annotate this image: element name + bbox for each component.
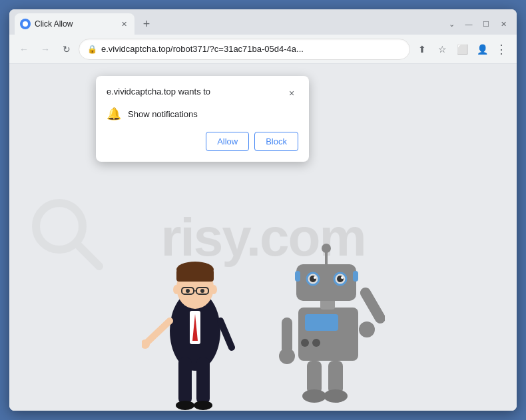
svg-rect-3 xyxy=(178,357,192,404)
active-tab[interactable]: Click Allow ✕ xyxy=(15,13,134,35)
bell-icon: 🔔 xyxy=(107,106,121,121)
address-bar[interactable]: 🔒 e.vividcaptcha.top/robot371/?c=31ac71b… xyxy=(79,39,410,60)
profile-button[interactable]: 👤 xyxy=(473,40,491,59)
svg-point-33 xyxy=(324,389,348,403)
back-button[interactable]: ← xyxy=(15,40,33,59)
robot-figure xyxy=(268,231,385,411)
close-button[interactable]: ✕ xyxy=(495,16,511,32)
svg-point-32 xyxy=(302,389,326,403)
svg-rect-30 xyxy=(307,361,322,394)
toolbar-right-actions: ⬆ ☆ ⬜ 👤 ⋮ xyxy=(413,40,511,59)
browser-window: Click Allow ✕ + ⌄ — ☐ ✕ ← → ↻ 🔒 e.vividc… xyxy=(9,9,517,411)
lock-icon: 🔒 xyxy=(87,45,97,54)
svg-point-6 xyxy=(194,401,212,410)
popup-close-button[interactable]: × xyxy=(285,87,298,100)
popup-notification-row: 🔔 Show notifications xyxy=(107,106,298,121)
notification-popup: e.vividcaptcha.top wants to × 🔔 Show not… xyxy=(96,76,309,162)
svg-point-19 xyxy=(200,289,204,293)
browser-toolbar: ← → ↻ 🔒 e.vividcaptcha.top/robot371/?c=3… xyxy=(9,35,517,64)
svg-point-27 xyxy=(359,321,375,337)
svg-rect-4 xyxy=(196,357,210,404)
svg-point-43 xyxy=(341,276,344,279)
maximize-button[interactable]: ☐ xyxy=(478,16,494,32)
refresh-button[interactable]: ↻ xyxy=(57,40,76,59)
popup-site-text: e.vividcaptcha.top wants to xyxy=(107,87,210,97)
new-tab-button[interactable]: + xyxy=(137,15,156,33)
url-text: e.vividcaptcha.top/robot371/?c=31ac71ba-… xyxy=(101,44,401,54)
popup-header: e.vividcaptcha.top wants to × xyxy=(107,87,298,100)
extensions-button[interactable]: ⬜ xyxy=(453,40,471,59)
svg-point-42 xyxy=(314,276,316,279)
svg-point-25 xyxy=(312,339,320,347)
popup-buttons: Allow Block xyxy=(107,132,298,151)
illustration xyxy=(9,224,517,411)
allow-button[interactable]: Allow xyxy=(206,132,249,151)
bookmark-button[interactable]: ☆ xyxy=(433,40,451,59)
svg-rect-14 xyxy=(176,270,214,282)
person-figure xyxy=(142,224,248,411)
svg-point-24 xyxy=(301,339,309,347)
share-button[interactable]: ⬆ xyxy=(413,40,431,59)
svg-line-11 xyxy=(220,321,232,347)
page-content: e.vividcaptcha.top wants to × 🔔 Show not… xyxy=(9,64,517,411)
svg-point-20 xyxy=(173,285,180,294)
minimize-button[interactable]: — xyxy=(461,16,477,32)
svg-point-5 xyxy=(176,401,194,410)
svg-point-47 xyxy=(322,244,331,253)
tab-bar: Click Allow ✕ + ⌄ — ☐ ✕ xyxy=(9,9,517,35)
svg-point-21 xyxy=(210,285,217,294)
svg-rect-45 xyxy=(353,271,358,282)
window-controls: ⌄ — ☐ ✕ xyxy=(443,16,511,32)
block-button[interactable]: Block xyxy=(254,132,298,151)
svg-rect-23 xyxy=(305,314,338,331)
svg-rect-35 xyxy=(296,264,356,301)
svg-line-9 xyxy=(145,321,170,344)
svg-rect-31 xyxy=(328,361,343,394)
svg-point-29 xyxy=(279,348,295,364)
tab-favicon xyxy=(20,19,31,29)
svg-rect-44 xyxy=(295,271,300,282)
svg-rect-26 xyxy=(358,286,385,325)
svg-point-18 xyxy=(186,289,190,293)
notification-label: Show notifications xyxy=(128,109,198,119)
menu-button[interactable]: ⋮ xyxy=(493,40,511,59)
chrome-expand-button[interactable]: ⌄ xyxy=(443,16,459,32)
tab-title: Click Allow xyxy=(35,19,115,29)
forward-button[interactable]: → xyxy=(36,40,55,59)
tab-close-button[interactable]: ✕ xyxy=(119,19,129,29)
